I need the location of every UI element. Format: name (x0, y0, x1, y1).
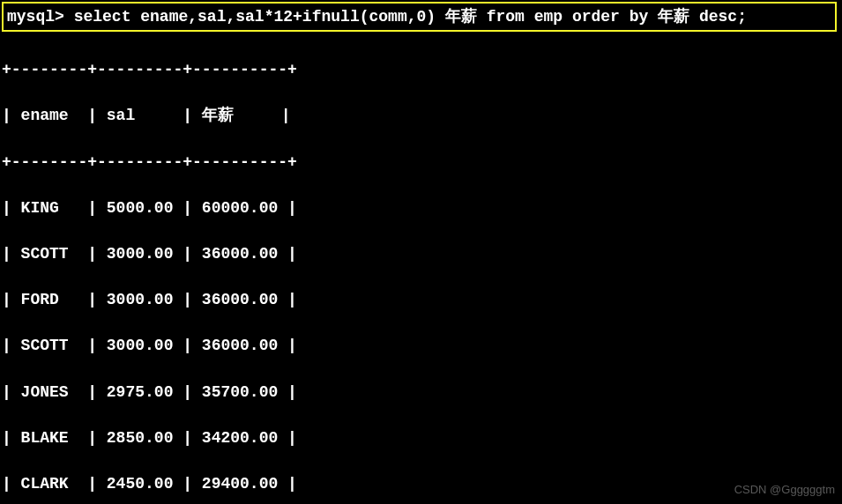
table-border-mid: +--------+---------+----------+ (2, 151, 840, 174)
table-row: | CLARK | 2450.00 | 29400.00 | (2, 472, 840, 495)
mysql-prompt-line[interactable]: mysql> select ename,sal,sal*12+ifnull(co… (7, 8, 747, 26)
result-table: +--------+---------+----------+ | ename … (2, 35, 840, 504)
table-row: | SCOTT | 3000.00 | 36000.00 | (2, 242, 840, 265)
table-row: | BLAKE | 2850.00 | 34200.00 | (2, 426, 840, 449)
table-border-top: +--------+---------+----------+ (2, 58, 840, 81)
sql-query-text: select ename,sal,sal*12+ifnull(comm,0) 年… (74, 8, 747, 26)
table-row: | FORD | 3000.00 | 36000.00 | (2, 288, 840, 311)
table-row: | SCOTT | 3000.00 | 36000.00 | (2, 334, 840, 357)
sql-command-highlight: mysql> select ename,sal,sal*12+ifnull(co… (2, 2, 837, 32)
watermark-text: CSDN @Ggggggtm (734, 482, 835, 499)
table-header-row: | ename | sal | 年薪 | (2, 104, 840, 127)
table-row: | JONES | 2975.00 | 35700.00 | (2, 381, 840, 404)
mysql-prompt: mysql> (7, 8, 74, 26)
table-row: | KING | 5000.00 | 60000.00 | (2, 196, 840, 219)
